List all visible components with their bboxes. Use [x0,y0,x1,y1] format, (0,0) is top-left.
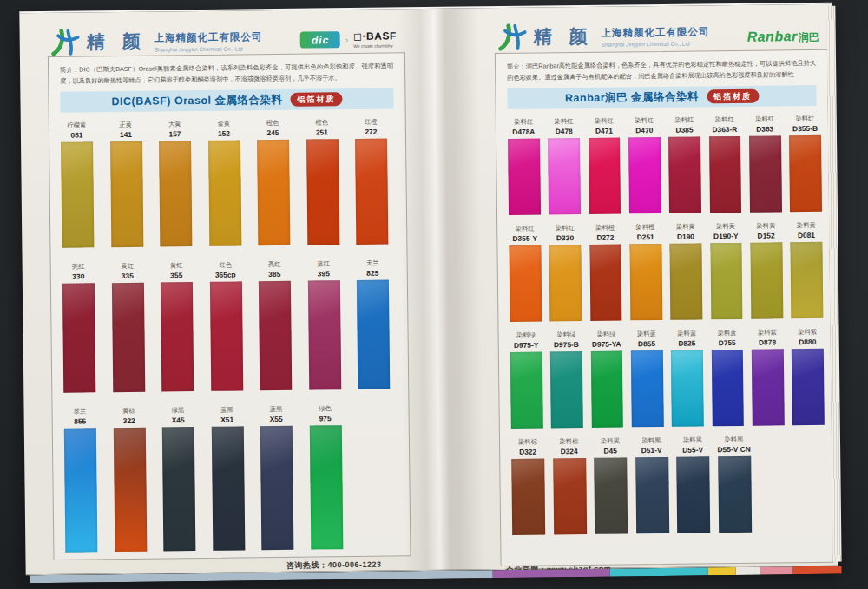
color-swatch [162,427,196,551]
color-swatch [549,245,582,321]
swatch-code: D878 [759,338,776,347]
swatch-code: D324 [561,447,578,455]
swatch-code: D975-Y [514,341,539,350]
swatch-code: 385 [268,270,280,278]
swatch-name: 黄棕 [122,407,135,416]
left-page: 精 颜 上海精颜化工有限公司 Shanghai Jingyan Chemical… [24,14,418,582]
color-swatch [113,428,147,552]
color-swatch [508,139,541,215]
swatch-name: 染料橙 [595,224,615,232]
cover-edge-segment [610,567,707,576]
open-pages-surface: 精 颜 上海精颜化工有限公司 Shanghai Jingyan Chemical… [19,3,838,576]
swatch-name: 染料红 [795,115,814,123]
swatch-code: D355-Y [512,234,537,243]
swatch-code: D755 [719,338,736,347]
swatch-code: X51 [220,416,233,424]
swatch-name: 染料绿 [556,330,575,339]
swatch-cell-D272: 染料橙D272 [589,224,622,321]
color-swatch [750,243,783,319]
ranbar-logo: Ranbar [746,29,797,45]
swatch-name: 蓝红 [317,259,330,268]
color-swatch [309,425,343,549]
swatch-name: 柠檬黄 [67,121,86,130]
swatch-cell-141: 正黄141 [109,121,143,247]
color-swatch [509,245,542,322]
swatch-name: 染料棕 [518,438,537,447]
swatch-name: 翠兰 [74,408,87,416]
color-swatch [209,282,242,391]
swatch-code: 335 [122,272,134,280]
color-swatch [791,242,824,318]
color-swatch [670,244,703,320]
color-swatch [208,141,241,246]
swatch-name: 染料红 [755,115,774,124]
swatch-name: 染料黄 [797,221,816,230]
swatch-name: 染料红 [514,118,533,127]
swatch-code: D855 [638,339,655,348]
swatch-code: 330 [72,272,84,281]
swatch-cell-D975-YA: 染料绿D975-YA [590,330,623,428]
cover-edge-segment [736,567,760,575]
swatch-cell-D855: 染料蓝D855 [630,330,663,427]
swatch-code: 272 [365,128,377,136]
cover-edge-segment [707,567,736,575]
left-swatch-grid: 柠檬黄081正黄141大黄157金黄152橙色245橙色251红橙272亮红33… [61,118,404,553]
color-swatch [631,350,664,427]
swatch-code: D471 [595,127,613,135]
left-content-box: 简介：DIC（巴斯夫BASF）Orasol奥丽素金属络合染料，该系列染料色彩齐全… [48,52,411,560]
swatch-code: 245 [266,128,279,137]
swatch-name: 黄红 [121,262,134,271]
swatch-name: 染料蓝 [718,329,737,337]
swatch-name: 染料蓝 [677,330,696,338]
swatch-cell-272: 红橙272 [355,118,389,245]
brand-name: 精 颜 [87,29,147,55]
swatch-name: 染料紫 [798,328,817,337]
swatch-name: 染料黑 [601,437,620,446]
brand-name: 精 颜 [534,24,594,49]
swatch-code: D272 [596,233,614,242]
color-swatch [789,135,822,212]
color-swatch [159,141,192,246]
swatch-name: 染料黑 [724,435,743,444]
company-name-en: Shanghai Jingyan Chemical Co., Ltd [602,40,710,47]
swatch-name: 红色 [219,261,232,270]
swatch-name: 染料红 [715,115,734,124]
color-swatch [257,140,290,245]
color-swatch [718,456,752,533]
swatch-cell-D878: 染料紫D878 [751,329,784,426]
swatch-row: 染料绿D975-Y染料绿D975-B染料绿D975-YA染料蓝D855染料蓝D8… [510,328,825,429]
swatch-name: 绿色 [319,404,332,413]
swatch-cell-365cp: 红色365cp [209,261,243,391]
color-swatch [629,244,662,320]
color-swatch [161,282,194,391]
swatch-code: 141 [120,130,132,139]
swatch-row: 亮红330黄红335黄红355红色365cp亮红385蓝红395天兰825 [62,259,402,393]
swatch-cell-D363-R: 染料红D363-R [708,115,741,213]
swatch-name: 亮红 [268,260,281,269]
swatch-cell-D322: 染料棕D322 [511,438,545,535]
right-content-box: 简介：润巴Ranbar高性能金属络合染料，色系齐全，具有优异的色彩稳定性和耐热稳… [495,49,834,566]
swatch-name: 正黄 [119,121,132,129]
jingyan-logo-icon [48,29,81,56]
swatch-cell-D51-V: 染料黑D51-V [635,436,668,533]
swatch-name: 染料黑 [683,436,702,445]
jingyan-logo-icon [495,23,528,51]
color-swatch [553,458,587,534]
hotline-label: 咨询热线：400-006-1223 [286,560,382,572]
color-swatch [511,459,545,535]
swatch-name: 绿黑 [172,406,185,415]
swatch-code: D355-B [792,124,818,133]
swatch-code: 251 [316,128,328,136]
swatch-name: 染料绿 [597,330,616,339]
swatch-name: 金黄 [217,120,230,128]
swatch-cell-X51: 蓝黑X51 [211,406,245,551]
swatch-code: 975 [319,414,332,422]
swatch-cell-D755: 染料蓝D755 [711,329,744,426]
swatch-cell-X45: 绿黑X45 [162,406,196,551]
swatch-cell-D470: 染料红D470 [628,116,661,213]
swatch-cell-D478: 染料红D478 [548,117,581,214]
swatch-cell-975: 绿色975 [309,404,343,549]
company-name-en: Shanghai Jingyan Chemical Co., Ltd [155,45,263,52]
swatch-code: D190-Y [713,232,739,240]
logo-separator: › [345,36,348,44]
